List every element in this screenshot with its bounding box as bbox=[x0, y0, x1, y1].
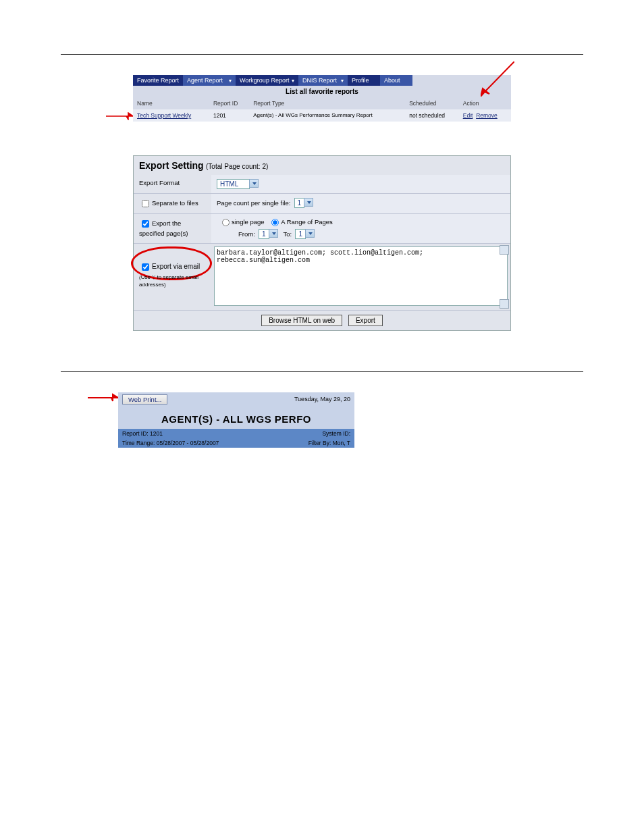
export-format-label: Export Format bbox=[134, 175, 211, 193]
to-select[interactable]: 1 bbox=[295, 229, 306, 239]
tab-dnis-report[interactable]: DNIS Report▾ bbox=[298, 75, 348, 86]
separate-files-checkbox[interactable] bbox=[142, 200, 149, 207]
from-select[interactable]: 1 bbox=[259, 229, 269, 239]
from-label: From: bbox=[238, 230, 255, 238]
cell-report-type: Agent(s) - All WGs Performance Summary R… bbox=[249, 109, 405, 122]
chevron-down-icon[interactable] bbox=[305, 229, 315, 238]
export-specified-checkbox[interactable] bbox=[142, 220, 149, 228]
tab-favorite-report[interactable]: Favorite Report bbox=[133, 75, 183, 86]
favorite-reports-table: Name Report ID Report Type Scheduled Act… bbox=[133, 97, 511, 122]
list-all-heading: List all favorite reports bbox=[133, 86, 511, 97]
table-row: Tech Support Weekly 1201 Agent(s) - All … bbox=[133, 109, 511, 122]
preview-info-bar: Report ID: 1201 System ID: Time Range: 0… bbox=[118, 429, 354, 448]
browse-html-button[interactable]: Browse HTML on web bbox=[261, 315, 342, 326]
chevron-down-icon[interactable] bbox=[304, 198, 313, 207]
scrollbar-down-icon[interactable] bbox=[500, 299, 509, 309]
report-name-link[interactable]: Tech Support Weekly bbox=[137, 112, 191, 119]
table-header-row: Name Report ID Report Type Scheduled Act… bbox=[133, 97, 511, 109]
range-pages-radio[interactable] bbox=[271, 219, 279, 226]
red-arrow-topright-icon bbox=[481, 61, 514, 97]
single-page-label: single page bbox=[232, 218, 265, 226]
export-setting-header: Export Setting (Total Page count: 2) bbox=[134, 156, 510, 175]
chevron-down-icon: ▾ bbox=[341, 78, 344, 84]
remove-link[interactable]: Remove bbox=[476, 112, 498, 119]
separate-files-label: Separate to files bbox=[152, 199, 198, 207]
chevron-down-icon: ▾ bbox=[229, 78, 232, 84]
col-report-type: Report Type bbox=[249, 97, 405, 109]
report-tabs: Favorite Report Agent Report▾ Workgroup … bbox=[133, 75, 511, 86]
edit-link[interactable]: Edit bbox=[463, 112, 473, 119]
preview-filter-by: Filter By: Mon, T bbox=[236, 438, 354, 448]
chevron-down-icon[interactable] bbox=[249, 179, 259, 188]
email-addresses-textarea[interactable] bbox=[214, 246, 508, 306]
export-email-label: Export via email bbox=[152, 263, 200, 270]
export-setting-panel: Export Setting (Total Page count: 2) Exp… bbox=[133, 155, 511, 331]
tab-profile[interactable]: Profile bbox=[348, 75, 380, 86]
report-preview-panel: Web Print... Tuesday, May 29, 20 AGENT(S… bbox=[118, 392, 354, 448]
to-label: To: bbox=[283, 230, 292, 238]
preview-time-range: Time Range: 05/28/2007 - 05/28/2007 bbox=[118, 438, 236, 448]
preview-date: Tuesday, May 29, 20 bbox=[294, 396, 350, 402]
col-name: Name bbox=[133, 97, 209, 109]
tab-about[interactable]: About bbox=[380, 75, 412, 86]
page-count-label: Page count per single file: bbox=[217, 199, 290, 207]
single-page-radio[interactable] bbox=[222, 219, 230, 226]
preview-report-id: Report ID: 1201 bbox=[118, 429, 236, 438]
web-print-button[interactable]: Web Print... bbox=[122, 394, 167, 405]
favorite-reports-panel: Favorite Report Agent Report▾ Workgroup … bbox=[133, 75, 511, 122]
tab-workgroup-report[interactable]: Workgroup Report▾ bbox=[236, 75, 298, 86]
red-arrow-left-icon bbox=[106, 112, 133, 120]
range-pages-label: A Range of Pages bbox=[281, 218, 333, 226]
cell-scheduled: not scheduled bbox=[405, 109, 459, 122]
export-email-checkbox[interactable] bbox=[142, 263, 149, 271]
col-report-id: Report ID bbox=[209, 97, 249, 109]
page-count-select[interactable]: 1 bbox=[294, 198, 305, 208]
preview-title: AGENT(S) - ALL WGS PERFO bbox=[118, 407, 354, 429]
chevron-down-icon[interactable] bbox=[269, 229, 278, 238]
cell-report-id: 1201 bbox=[209, 109, 249, 122]
export-format-select[interactable]: HTML bbox=[217, 179, 250, 189]
col-scheduled: Scheduled bbox=[405, 97, 459, 109]
chevron-down-icon: ▾ bbox=[292, 78, 294, 84]
col-action: Action bbox=[459, 97, 511, 109]
export-button[interactable]: Export bbox=[348, 315, 383, 326]
tab-agent-report[interactable]: Agent Report▾ bbox=[183, 75, 236, 86]
scrollbar-up-icon[interactable] bbox=[500, 245, 509, 255]
red-arrow-left-icon bbox=[88, 393, 118, 402]
export-email-hint: (Use ';' to separate email addresses) bbox=[139, 274, 198, 288]
preview-system-id: System ID: bbox=[236, 429, 354, 438]
